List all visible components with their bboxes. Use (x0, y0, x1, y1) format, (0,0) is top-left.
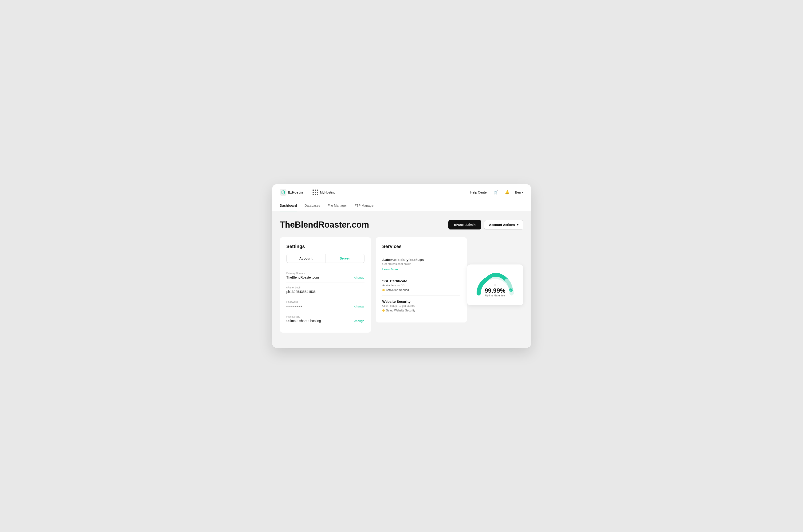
cpanel-admin-button[interactable]: cPanel Admin (448, 220, 481, 229)
account-actions-button[interactable]: Account Actions ▾ (484, 220, 523, 229)
tab-databases[interactable]: Databases (304, 201, 320, 211)
logo-area: EzHostin (280, 189, 303, 196)
security-status-text: Setup Website Security (386, 309, 415, 312)
service-backups-subtitle: Get professional bakup (382, 262, 460, 266)
service-ssl-subtitle: Available your SSL (382, 284, 460, 287)
bell-icon[interactable]: 🔔 (504, 189, 510, 196)
security-status-badge: Setup Website Security (382, 309, 460, 312)
field-value-primary-domain: TheBlendRoaster.com (286, 276, 319, 279)
service-ssl: SSL Certificate Available your SSL Activ… (382, 275, 460, 296)
nav-divider (307, 189, 308, 196)
uptime-card: ≡ 99.99% Uptime Garuntee (467, 265, 523, 305)
service-security-subtitle: Click "setup" to get started (382, 304, 460, 307)
header-actions: cPanel Admin Account Actions ▾ (448, 220, 523, 229)
services-card: Services Automatic daily backups Get pro… (376, 237, 467, 322)
myhosting-label: MyHosting (320, 190, 336, 194)
ssl-status-dot (382, 289, 385, 291)
cart-icon[interactable]: 🛒 (492, 189, 499, 196)
service-backups: Automatic daily backups Get professional… (382, 254, 460, 275)
tab-dashboard[interactable]: Dashboard (280, 201, 297, 211)
service-ssl-title: SSL Certificate (382, 279, 460, 283)
change-plan-link[interactable]: change (354, 319, 365, 323)
uptime-percent: 99.99% (485, 287, 505, 293)
user-chevron-icon: ▾ (522, 191, 523, 194)
nav-right: Help Center 🛒 🔔 Ben ▾ (470, 189, 523, 196)
ezhosting-logo-icon (280, 189, 286, 196)
page-header: TheBlendRoaster.com cPanel Admin Account… (280, 220, 523, 230)
field-value-plan-details: Ultimate shared hosting (286, 319, 321, 323)
change-primary-domain-link[interactable]: change (354, 276, 365, 279)
change-password-link[interactable]: change (354, 305, 365, 308)
top-nav: EzHostin MyHosting Help Center 🛒 🔔 Ben ▾ (273, 184, 531, 201)
gauge-center: ≡ 99.99% Uptime Garuntee (485, 283, 505, 297)
field-label-password: Password (286, 300, 365, 303)
service-backups-title: Automatic daily backups (382, 258, 460, 262)
tabs-bar: Dashboard Databases File Manager FTP Man… (273, 201, 531, 211)
main-content: TheBlendRoaster.com cPanel Admin Account… (273, 211, 531, 348)
settings-tab-server[interactable]: Server (325, 254, 364, 263)
browser-window: EzHostin MyHosting Help Center 🛒 🔔 Ben ▾… (273, 184, 531, 348)
field-primary-domain: Primary Domain TheBlendRoaster.com chang… (286, 268, 365, 283)
grid-icon (313, 190, 318, 195)
svg-point-2 (510, 289, 512, 291)
field-plan-details: Plan Details Ultimate shared hosting cha… (286, 312, 365, 326)
field-label-cpanel-login: cPanel Login (286, 286, 365, 289)
cards-row: Settings Account Server Primary Domain T… (280, 237, 523, 332)
settings-tabs: Account Server (286, 254, 365, 263)
field-password: Password •••••••• change (286, 297, 365, 312)
logo-label: EzHostin (288, 190, 303, 194)
account-actions-chevron-icon: ▾ (517, 223, 518, 226)
uptime-label: Uptime Garuntee (485, 294, 505, 297)
field-label-primary-domain: Primary Domain (286, 272, 365, 274)
security-status-dot (382, 309, 385, 312)
page-title: TheBlendRoaster.com (280, 220, 369, 230)
settings-tab-account[interactable]: Account (287, 254, 326, 263)
user-menu[interactable]: Ben ▾ (515, 190, 523, 194)
field-label-plan-details: Plan Details (286, 315, 365, 318)
field-value-password: •••••••• (286, 304, 303, 308)
tab-ftp-manager[interactable]: FTP Manager (354, 201, 374, 211)
ssl-status-badge: Activation Needed (382, 288, 460, 292)
service-backups-link[interactable]: Learn More (382, 267, 398, 271)
services-title: Services (382, 244, 460, 249)
gauge-container: ≡ 99.99% Uptime Garuntee (474, 271, 516, 297)
field-value-cpanel-login: ph13225435341535 (286, 290, 316, 293)
user-name: Ben (515, 190, 521, 194)
service-security-title: Website Security (382, 300, 460, 303)
ssl-status-text: Activation Needed (386, 288, 409, 292)
settings-card: Settings Account Server Primary Domain T… (280, 237, 371, 332)
settings-title: Settings (286, 244, 365, 249)
service-security: Website Security Click "setup" to get st… (382, 296, 460, 316)
field-cpanel-login: cPanel Login ph13225435341535 (286, 283, 365, 297)
tab-file-manager[interactable]: File Manager (328, 201, 347, 211)
help-center-link[interactable]: Help Center (470, 190, 488, 194)
